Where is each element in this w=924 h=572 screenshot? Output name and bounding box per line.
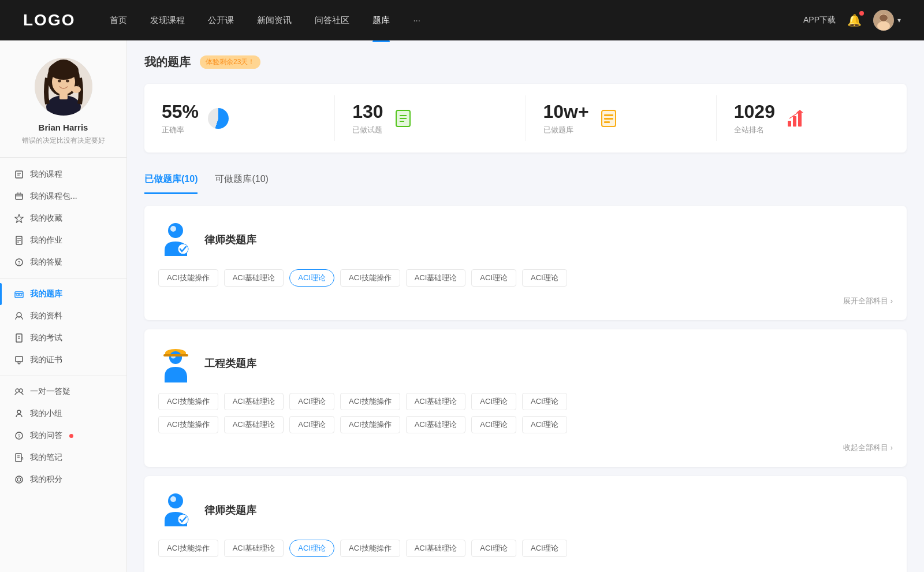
sidebar-item-one2one[interactable]: 一对一答疑 [0, 381, 126, 403]
sidebar-item-questions[interactable]: ? 我的答疑 [0, 251, 126, 273]
tag-eng1-r2-5[interactable]: ACI理论 [471, 416, 516, 433]
tab-available[interactable]: 可做题库(10) [215, 166, 268, 194]
sidebar-item-question[interactable]: ? 我的问答 [0, 425, 126, 447]
sidebar-item-package[interactable]: 我的课程包... [0, 185, 126, 207]
bar-chart-icon [784, 108, 805, 129]
expand-btn-lawyer1[interactable]: 展开全部科目 › [158, 292, 893, 306]
sidebar-item-cert[interactable]: 我的证书 [0, 349, 126, 371]
main-nav: 首页 发现课程 公开课 新闻资讯 问答社区 题库 ··· [110, 13, 803, 28]
bell-icon[interactable]: 🔔 [847, 14, 862, 27]
svg-rect-32 [16, 334, 22, 342]
tag-lawyer2-3[interactable]: ACI技能操作 [340, 540, 400, 557]
nav-qa[interactable]: 问答社区 [315, 13, 349, 28]
tag-lawyer1-2[interactable]: ACI理论 [289, 269, 334, 287]
course-icon [14, 169, 24, 180]
category-header-lawyer1: 律师类题库 [158, 220, 893, 260]
tag-eng1-r1-2[interactable]: ACI理论 [289, 393, 334, 410]
svg-point-73 [170, 496, 176, 502]
tag-lawyer2-1[interactable]: ACI基础理论 [224, 540, 284, 557]
svg-rect-28 [17, 294, 18, 296]
stat-rank-label: 全站排名 [734, 125, 775, 135]
homework-icon [14, 235, 24, 246]
tag-lawyer1-5[interactable]: ACI理论 [471, 269, 516, 287]
tag-eng1-r1-4[interactable]: ACI基础理论 [406, 393, 466, 410]
tag-eng1-r2-0[interactable]: ACI技能操作 [158, 416, 218, 433]
tag-eng1-r1-1[interactable]: ACI基础理论 [224, 393, 284, 410]
sidebar-label-favorites: 我的收藏 [30, 213, 62, 224]
sidebar-item-course[interactable]: 我的课程 [0, 164, 126, 185]
nav-home[interactable]: 首页 [110, 13, 127, 28]
tab-done[interactable]: 已做题库(10) [144, 166, 198, 194]
nav-discover[interactable]: 发现课程 [150, 13, 185, 28]
collapse-btn-engineer1[interactable]: 收起全部科目 › [158, 439, 893, 453]
tag-eng1-r2-4[interactable]: ACI基础理论 [406, 416, 466, 433]
stat-rank-value: 1029 [734, 101, 775, 122]
points-icon [14, 474, 24, 485]
tag-eng1-r2-2[interactable]: ACI理论 [289, 416, 334, 433]
tag-lawyer1-4[interactable]: ACI基础理论 [406, 269, 466, 287]
stat-done-banks-value: 10w+ [543, 101, 589, 122]
nav-more[interactable]: ··· [413, 13, 420, 28]
category-card-lawyer1: 律师类题库 ACI技能操作 ACI基础理论 ACI理论 ACI技能操作 ACI基… [144, 206, 907, 320]
stat-rank-content: 1029 全站排名 [734, 101, 775, 135]
tag-eng1-r1-0[interactable]: ACI技能操作 [158, 393, 218, 410]
tag-lawyer2-5[interactable]: ACI理论 [471, 540, 516, 557]
user-avatar-wrapper[interactable]: ▾ [873, 10, 901, 31]
bell-badge [859, 11, 864, 16]
star-icon [14, 213, 24, 224]
sidebar-label-cert: 我的证书 [30, 355, 62, 365]
svg-text:?: ? [17, 260, 20, 266]
lawyer-icon-1 [158, 220, 193, 260]
sidebar-item-exam[interactable]: 我的考试 [0, 327, 126, 349]
stat-accuracy-content: 55% 正确率 [162, 101, 199, 135]
group-icon [14, 408, 24, 419]
svg-rect-27 [15, 292, 23, 298]
tag-eng1-r1-6[interactable]: ACI理论 [522, 393, 567, 410]
tag-eng1-r1-5[interactable]: ACI理论 [471, 393, 516, 410]
qa-icon: ? [14, 257, 24, 268]
svg-rect-16 [16, 194, 23, 199]
sidebar-label-package: 我的课程包... [30, 191, 77, 202]
svg-rect-13 [16, 171, 23, 178]
question-icon: ? [14, 430, 24, 441]
bell-wrapper: 🔔 [847, 13, 862, 27]
tag-eng1-r2-1[interactable]: ACI基础理论 [224, 416, 284, 433]
svg-point-7 [49, 61, 79, 80]
tag-lawyer2-4[interactable]: ACI基础理论 [406, 540, 466, 557]
nav-news[interactable]: 新闻资讯 [257, 13, 292, 28]
sidebar-item-favorites[interactable]: 我的收藏 [0, 207, 126, 229]
tag-lawyer1-0[interactable]: ACI技能操作 [158, 269, 218, 287]
trial-badge: 体验剩余23天！ [200, 55, 260, 69]
stat-accuracy-label: 正确率 [162, 125, 199, 135]
svg-point-2 [877, 21, 890, 31]
tag-lawyer2-0[interactable]: ACI技能操作 [158, 540, 218, 557]
tag-eng1-r2-6[interactable]: ACI理论 [522, 416, 567, 433]
nav-bank[interactable]: 题库 [372, 13, 390, 28]
app-download-btn[interactable]: APP下载 [803, 15, 836, 25]
svg-rect-9 [59, 91, 68, 99]
category-title-lawyer1: 律师类题库 [204, 233, 256, 247]
red-dot-badge [69, 434, 73, 438]
sidebar-item-points[interactable]: 我的积分 [0, 469, 126, 491]
stats-row: 55% 正确率 130 已做试题 [144, 84, 907, 153]
stat-accuracy-value: 55% [162, 101, 199, 122]
svg-rect-59 [604, 121, 610, 123]
sidebar-item-data[interactable]: 我的资料 [0, 305, 126, 327]
nav-open-course[interactable]: 公开课 [208, 13, 234, 28]
tag-lawyer2-2[interactable]: ACI理论 [289, 540, 334, 557]
svg-rect-61 [793, 116, 796, 127]
tag-lawyer2-6[interactable]: ACI理论 [522, 540, 567, 557]
sidebar-item-note[interactable]: 我的笔记 [0, 447, 126, 469]
tag-eng1-r2-3[interactable]: ACI技能操作 [340, 416, 400, 433]
tag-eng1-r1-3[interactable]: ACI技能操作 [340, 393, 400, 410]
sidebar-item-bank[interactable]: 我的题库 [0, 283, 126, 305]
tag-lawyer1-3[interactable]: ACI技能操作 [340, 269, 400, 287]
stat-done-banks: 10w+ 已做题库 [526, 95, 717, 141]
sidebar-item-group[interactable]: 我的小组 [0, 403, 126, 425]
bank-icon [14, 289, 24, 299]
sidebar-item-homework[interactable]: 我的作业 [0, 229, 126, 251]
sidebar-label-homework: 我的作业 [30, 235, 62, 246]
tag-lawyer1-6[interactable]: ACI理论 [522, 269, 567, 287]
stat-done-questions: 130 已做试题 [335, 95, 526, 141]
tag-lawyer1-1[interactable]: ACI基础理论 [224, 269, 284, 287]
